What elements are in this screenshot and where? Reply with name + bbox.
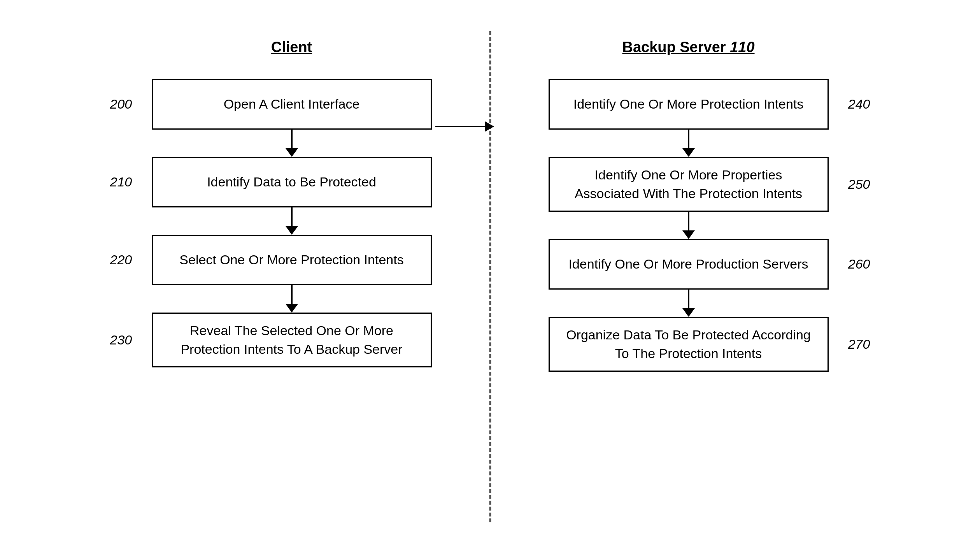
flow-box-260: Identify One Or More Production Servers … (549, 239, 829, 290)
flow-box-210: 210 Identify Data to Be Protected (152, 157, 432, 207)
diagram-container: Client 200 Open A Client Interface 210 I… (0, 0, 980, 534)
arrow-line (291, 207, 293, 226)
arrow-line (291, 285, 293, 304)
label-220: 220 (110, 251, 132, 269)
arrow-head (286, 226, 298, 235)
flow-box-240: Identify One Or More Protection Intents … (549, 79, 829, 130)
arrow-head (682, 308, 695, 317)
arrow-line (291, 130, 293, 148)
arrow-head (286, 148, 298, 157)
flow-box-200: 200 Open A Client Interface (152, 79, 432, 130)
label-250: 250 (848, 175, 870, 194)
arrow-250-260 (682, 212, 695, 239)
arrow-210-220 (286, 207, 298, 235)
flow-box-230: 230 Reveal The Selected One Or More Prot… (152, 313, 432, 367)
box-220-wrapper: 220 Select One Or More Protection Intent… (152, 235, 432, 285)
right-column-title: Backup Server 110 (622, 39, 754, 56)
arrow-260-270 (682, 290, 695, 317)
label-230: 230 (110, 331, 132, 350)
box-240-wrapper: Identify One Or More Protection Intents … (549, 79, 829, 130)
arrow-200-210 (286, 130, 298, 157)
box-270-wrapper: Organize Data To Be Protected According … (549, 317, 829, 372)
box-260-wrapper: Identify One Or More Production Servers … (549, 239, 829, 290)
label-210: 210 (110, 173, 132, 191)
left-column-title: Client (271, 39, 312, 56)
box-230-wrapper: 230 Reveal The Selected One Or More Prot… (152, 313, 432, 367)
left-column: Client 200 Open A Client Interface 210 I… (117, 39, 467, 367)
box-250-wrapper: Identify One Or More Properties Associat… (549, 157, 829, 212)
arrow-head (682, 148, 695, 157)
right-column: Backup Server 110 Identify One Or More P… (514, 39, 864, 372)
flow-box-250: Identify One Or More Properties Associat… (549, 157, 829, 212)
label-270: 270 (848, 335, 870, 354)
arrow-240-250 (682, 130, 695, 157)
arrow-line (688, 290, 689, 308)
label-260: 260 (848, 255, 870, 274)
box-210-wrapper: 210 Identify Data to Be Protected (152, 157, 432, 207)
divider (489, 31, 491, 522)
arrow-head (286, 304, 298, 313)
arrow-220-230 (286, 285, 298, 313)
arrow-head (682, 230, 695, 239)
box-200-wrapper: 200 Open A Client Interface (152, 79, 432, 130)
arrow-line (688, 212, 689, 230)
label-200: 200 (110, 95, 132, 114)
arrow-line (688, 130, 689, 148)
flow-box-220: 220 Select One Or More Protection Intent… (152, 235, 432, 285)
flow-box-270: Organize Data To Be Protected According … (549, 317, 829, 372)
label-240: 240 (848, 95, 870, 114)
